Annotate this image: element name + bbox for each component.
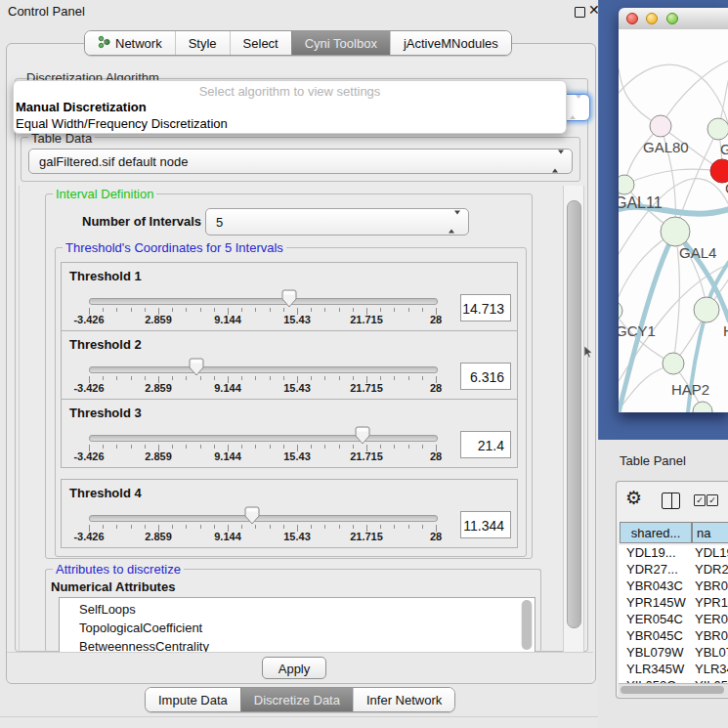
tick-mark xyxy=(241,445,242,449)
horizontal-scrollbar-thumb[interactable] xyxy=(621,686,724,694)
list-item[interactable]: SelfLoops xyxy=(60,600,535,619)
tick-mark xyxy=(311,525,312,529)
tick-mark xyxy=(311,376,312,380)
table-row[interactable]: YBL079WYBL07 xyxy=(619,645,728,662)
slider-track[interactable] xyxy=(89,366,438,373)
tab-impute-data[interactable]: Impute Data xyxy=(146,688,240,711)
tab-jactivemnodules[interactable]: jActiveMNodules xyxy=(390,31,511,55)
tick-label: -3.426 xyxy=(64,531,113,542)
slider-track[interactable] xyxy=(89,435,438,442)
table-row[interactable]: YLR345WYLR34 xyxy=(619,662,728,678)
network-node[interactable] xyxy=(661,217,690,246)
tick-mark xyxy=(172,308,173,312)
tick-mark xyxy=(116,376,117,380)
slider-thumb[interactable] xyxy=(244,506,260,529)
slider-thumb[interactable] xyxy=(355,426,370,449)
tick-mark xyxy=(103,308,104,312)
slider-track[interactable] xyxy=(89,298,438,305)
network-node[interactable] xyxy=(619,301,622,321)
tick-mark xyxy=(339,445,340,449)
attributes-group-title: Attributes to discretize xyxy=(53,562,184,577)
tick-mark xyxy=(353,525,354,529)
tab-style[interactable]: Style xyxy=(175,31,230,55)
list-scrollbar-thumb[interactable] xyxy=(522,600,532,650)
threshold-value-field[interactable]: 14.713 xyxy=(460,294,511,321)
tab-network[interactable]: Network xyxy=(85,31,175,55)
table-row[interactable]: YBR045CYBR04 xyxy=(619,628,728,645)
table-data-combobox[interactable]: galFiltered.sif default node xyxy=(28,149,573,174)
spinner-arrows-icon xyxy=(449,215,460,230)
tick-label: 2.859 xyxy=(134,382,183,394)
cell-name: YBR04 xyxy=(695,578,728,593)
network-window-titlebar[interactable] xyxy=(619,8,728,30)
table-row[interactable]: YDR27...YDR27 xyxy=(619,562,728,578)
gear-icon[interactable]: ⚙ xyxy=(625,487,642,509)
tick-mark xyxy=(103,376,104,380)
horizontal-scrollbar[interactable] xyxy=(619,683,728,697)
tab-cyni-toolbox[interactable]: Cyni Toolbox xyxy=(291,31,390,55)
tick-label: 9.144 xyxy=(203,382,252,394)
threshold-label: Threshold 1 xyxy=(69,269,142,283)
table-row[interactable]: YER054CYER05 xyxy=(619,612,728,628)
scrollbar-thumb[interactable] xyxy=(567,200,581,628)
tick-mark xyxy=(116,525,117,529)
top-tab-bar: NetworkStyleSelectCyni ToolboxjActiveMNo… xyxy=(84,30,512,56)
attributes-list[interactable]: SelfLoopsTopologicalCoefficientBetweenne… xyxy=(59,597,535,653)
zoom-traffic-light-icon[interactable] xyxy=(666,13,678,24)
network-edge xyxy=(661,61,728,126)
tick-mark xyxy=(311,445,312,449)
threshold-value-field[interactable]: 6.316 xyxy=(460,363,511,390)
cell-shared-name: YER054C xyxy=(626,612,683,626)
threshold-value-field[interactable]: 11.344 xyxy=(460,511,511,538)
node-label: GAL80 xyxy=(643,139,689,155)
tick-mark xyxy=(380,525,381,529)
tick-mark xyxy=(422,308,423,312)
network-node[interactable] xyxy=(693,402,712,412)
minimize-traffic-light-icon[interactable] xyxy=(646,13,658,24)
tick-mark xyxy=(214,308,215,312)
tick-mark xyxy=(145,376,146,380)
list-item[interactable]: TopologicalCoefficient xyxy=(60,619,535,637)
network-canvas[interactable]: GAL80GACGAL11GAL4GCY1HHAP2 xyxy=(619,29,728,412)
apply-button[interactable]: Apply xyxy=(262,657,326,679)
intervals-count-spinner[interactable]: 5 xyxy=(205,208,469,236)
checkbox-icon[interactable] xyxy=(694,494,706,506)
cell-name: YDL19 xyxy=(695,545,728,560)
checkbox-icon[interactable] xyxy=(707,494,718,506)
tab-infer-network[interactable]: Infer Network xyxy=(353,688,454,711)
dropdown-option[interactable]: Equal Width/Frequency Discretization xyxy=(16,116,228,131)
node-label: HAP2 xyxy=(671,381,709,398)
column-header[interactable]: shared... xyxy=(620,522,692,543)
network-node[interactable] xyxy=(650,115,671,137)
vertical-scrollbar[interactable] xyxy=(563,186,584,652)
tick-mark xyxy=(214,376,215,380)
table-header: shared...na xyxy=(619,522,728,545)
tick-mark xyxy=(394,445,395,449)
network-node[interactable] xyxy=(663,353,684,374)
table-rows: YDL19...YDL19YDR27...YDR27YBR043CYBR04YP… xyxy=(619,545,728,684)
slider-track[interactable] xyxy=(89,515,438,522)
list-item[interactable]: BetweennessCentrality xyxy=(60,637,535,653)
threshold-value-field[interactable]: 21.4 xyxy=(460,431,511,458)
split-columns-icon[interactable] xyxy=(662,492,680,509)
cell-name: YBL07 xyxy=(695,645,728,660)
network-node[interactable] xyxy=(694,297,719,322)
tab-discretize-data[interactable]: Discretize Data xyxy=(240,688,353,711)
network-node[interactable] xyxy=(619,175,634,194)
slider-thumb[interactable] xyxy=(189,358,204,380)
table-row[interactable]: YDL19...YDL19 xyxy=(619,545,728,562)
network-node[interactable] xyxy=(707,118,728,140)
list-scrollbar[interactable] xyxy=(521,600,533,650)
column-header[interactable]: na xyxy=(692,522,728,543)
tick-mark xyxy=(116,308,117,312)
tick-mark xyxy=(408,376,409,380)
tab-select[interactable]: Select xyxy=(230,31,291,55)
close-traffic-light-icon[interactable] xyxy=(626,13,638,24)
slider-thumb[interactable] xyxy=(281,289,297,312)
dropdown-option[interactable]: Manual Discretization xyxy=(16,100,147,114)
float-window-icon[interactable] xyxy=(575,7,585,18)
table-row[interactable]: YBR043CYBR04 xyxy=(619,578,728,595)
table-row[interactable]: YPR145WYPR14 xyxy=(619,595,728,612)
tick-mark xyxy=(131,308,132,312)
table-panel-bar: Table Panel xyxy=(598,440,728,481)
